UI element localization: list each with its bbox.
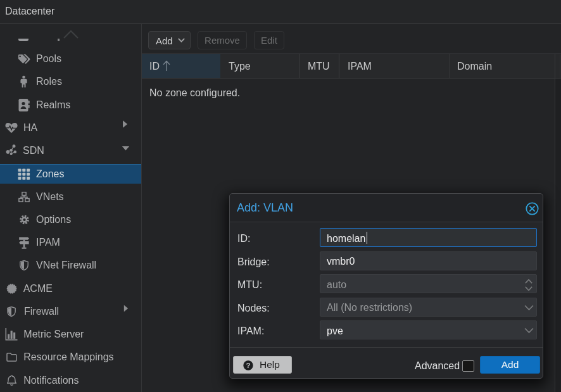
svg-text:?: ? [246,362,250,369]
